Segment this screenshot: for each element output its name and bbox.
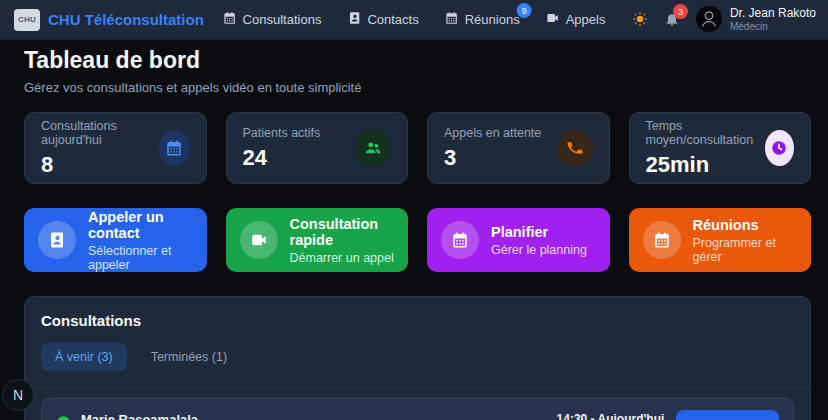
- user-menu[interactable]: Dr. Jean Rakoto Médecin: [696, 6, 816, 32]
- consultation-row[interactable]: Marie Rasoamalala Consultation générale …: [41, 398, 794, 420]
- stat-value: 25min: [646, 152, 765, 178]
- stat-value: 3: [444, 145, 541, 171]
- action-subtitle: Démarrer un appel: [290, 251, 395, 265]
- stat-card-consultations-today: Consultations aujourd'hui 8: [24, 112, 207, 184]
- dashboard-main: Tableau de bord Gérez vos consultations …: [24, 47, 811, 420]
- page-title: Tableau de bord: [24, 47, 811, 74]
- action-title: Appeler un contact: [88, 209, 193, 241]
- contact-book-icon: [38, 221, 76, 259]
- user-name: Dr. Jean Rakoto: [730, 6, 816, 20]
- stat-card-active-patients: Patients actifs 24: [226, 112, 409, 184]
- users-icon: [355, 130, 391, 166]
- consultations-panel: Consultations À venir (3) Terminées (1) …: [24, 296, 811, 420]
- plan-button[interactable]: Planifier Gérer le planning: [427, 208, 610, 272]
- stat-value: 24: [243, 145, 321, 171]
- contact-book-icon: [347, 11, 361, 28]
- action-title: Réunions: [693, 217, 798, 233]
- video-icon: [240, 221, 278, 259]
- quick-actions-row: Appeler un contact Sélectionner et appel…: [24, 208, 811, 272]
- tab-completed[interactable]: Terminées (1): [137, 343, 241, 371]
- stat-label: Appels en attente: [444, 126, 541, 140]
- nav-label: Contacts: [367, 12, 418, 27]
- tab-upcoming[interactable]: À venir (3): [41, 343, 127, 371]
- check-circle-icon: [56, 415, 71, 420]
- nav-item-contacts[interactable]: Contacts: [347, 11, 418, 28]
- avatar: [696, 6, 722, 32]
- top-navbar: CHU CHU Téléconsultation Consultations C…: [0, 0, 828, 40]
- stat-value: 8: [41, 152, 159, 178]
- action-title: Planifier: [491, 224, 587, 240]
- brand[interactable]: CHU CHU Téléconsultation: [14, 9, 204, 31]
- page-subtitle: Gérez vos consultations et appels vidéo …: [24, 80, 811, 95]
- chu-logo: CHU: [14, 9, 40, 31]
- calendar-icon: [643, 221, 681, 259]
- navbar-right: 3 Dr. Jean Rakoto Médecin: [632, 6, 816, 32]
- person-icon: [699, 9, 719, 29]
- join-button[interactable]: Rejoindre: [676, 410, 779, 420]
- action-subtitle: Programmer et gérer: [693, 236, 798, 264]
- stats-row: Consultations aujourd'hui 8 Patients act…: [24, 112, 811, 184]
- notifications-bell[interactable]: 3: [664, 11, 680, 27]
- nav-item-appels[interactable]: Appels: [546, 11, 606, 28]
- calendar-icon: [441, 221, 479, 259]
- user-role: Médecin: [730, 21, 816, 33]
- notifications-count-badge: 3: [673, 4, 688, 19]
- stat-label: Consultations aujourd'hui: [41, 119, 159, 147]
- nav-label: Consultations: [243, 12, 322, 27]
- stat-card-average-time: Temps moyen/consultation 25min: [629, 112, 812, 184]
- consultations-list: Marie Rasoamalala Consultation générale …: [25, 387, 810, 420]
- action-subtitle: Sélectionner et appeler: [88, 244, 193, 272]
- patient-name: Marie Rasoamalala: [81, 412, 198, 420]
- action-subtitle: Gérer le planning: [491, 243, 587, 257]
- clock-icon: [765, 130, 794, 166]
- main-nav: Consultations Contacts Réunions 9 Appels: [223, 11, 606, 28]
- consultations-panel-header: Consultations À venir (3) Terminées (1): [25, 297, 810, 387]
- nav-item-reunions[interactable]: Réunions 9: [445, 11, 520, 28]
- video-icon: [546, 11, 560, 28]
- meetings-button[interactable]: Réunions Programmer et gérer: [629, 208, 812, 272]
- consultation-time: 14:30 - Aujourd'hui: [557, 412, 665, 420]
- call-contact-button[interactable]: Appeler un contact Sélectionner et appel…: [24, 208, 207, 272]
- calendar-icon: [223, 11, 237, 28]
- nav-label: Appels: [566, 12, 606, 27]
- quick-consultation-button[interactable]: Consultation rapide Démarrer un appel: [226, 208, 409, 272]
- phone-icon: [557, 130, 593, 166]
- nav-item-consultations[interactable]: Consultations: [223, 11, 322, 28]
- floating-n-badge[interactable]: N: [2, 379, 34, 411]
- consultations-tabs: À venir (3) Terminées (1): [41, 343, 794, 387]
- stat-label: Temps moyen/consultation: [646, 119, 765, 147]
- action-title: Consultation rapide: [290, 216, 395, 248]
- stat-card-waiting-calls: Appels en attente 3: [427, 112, 610, 184]
- nav-label: Réunions: [465, 12, 520, 27]
- calendar-icon: [159, 130, 189, 166]
- brand-title: CHU Téléconsultation: [48, 11, 204, 28]
- consultations-panel-title: Consultations: [41, 312, 794, 329]
- reunions-count-badge: 9: [517, 3, 532, 18]
- theme-toggle-sun-icon[interactable]: [632, 11, 648, 27]
- calendar-icon: [445, 11, 459, 28]
- stat-label: Patients actifs: [243, 126, 321, 140]
